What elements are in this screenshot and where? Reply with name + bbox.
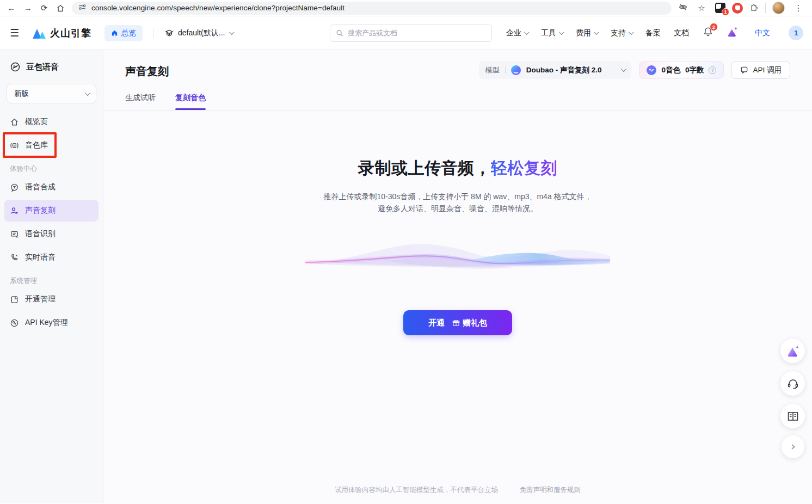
browser-forward-icon[interactable]: → bbox=[21, 2, 35, 15]
waveform-graphic bbox=[305, 230, 610, 290]
hero-title-accent: 轻松复刻 bbox=[491, 159, 557, 177]
char-count: 0字数 bbox=[685, 65, 704, 75]
headset-icon bbox=[786, 377, 799, 390]
nav-menu-billing[interactable]: 费用 bbox=[576, 28, 598, 38]
activate-button[interactable]: 开通 赠礼包 bbox=[403, 310, 512, 335]
language-switch[interactable]: 中文 bbox=[755, 28, 770, 38]
disclaimer-link[interactable]: 免责声明和服务规则 bbox=[519, 486, 581, 494]
sidebar-item-label: 语音合成 bbox=[25, 182, 56, 192]
nav-menus: 企业 工具 费用 支持 备案 文档 2 中文 1 bbox=[506, 26, 803, 40]
quota-wave-icon bbox=[647, 65, 656, 75]
sidebar-item-overview[interactable]: 概览页 bbox=[4, 111, 99, 133]
nav-menu-beian[interactable]: 备案 bbox=[645, 28, 661, 38]
pill-divider bbox=[505, 66, 506, 74]
sidebar-item-activation[interactable]: 开通管理 bbox=[4, 288, 99, 310]
extension-icon[interactable]: 1 bbox=[715, 3, 725, 13]
sidebar-item-apikey[interactable]: API Key管理 bbox=[4, 312, 99, 334]
nav-divider bbox=[153, 29, 154, 38]
browser-actions: ☆ 1 ⋮ bbox=[678, 2, 808, 15]
ai-assistant-float-button[interactable] bbox=[780, 339, 805, 363]
page-footer: 试用体验内容均由人工智能模型生成，不代表平台立场 免责声明和服务规则 bbox=[103, 485, 812, 495]
global-search[interactable] bbox=[330, 24, 492, 42]
help-icon[interactable]: ? bbox=[709, 66, 716, 74]
adblock-icon[interactable] bbox=[732, 3, 743, 14]
extension-glyph bbox=[716, 4, 721, 9]
chevron-down-icon bbox=[85, 90, 90, 96]
api-key-icon bbox=[10, 318, 19, 328]
activate-label: 开通 bbox=[428, 318, 445, 328]
volcengine-logo[interactable]: 火山引擎 bbox=[32, 27, 91, 40]
user-avatar[interactable]: 1 bbox=[789, 26, 803, 40]
sidebar-item-voice-clone[interactable]: 声音复刻 bbox=[4, 200, 99, 222]
product-header[interactable]: 豆包语音 bbox=[0, 50, 103, 76]
browser-profile-avatar[interactable] bbox=[772, 2, 785, 14]
tabs: 生成试听 复刻音色 bbox=[103, 93, 812, 110]
api-call-label: API 调用 bbox=[753, 65, 782, 75]
overview-button[interactable]: 总览 bbox=[104, 25, 143, 41]
notification-badge: 2 bbox=[710, 23, 718, 31]
voice-count: 0音色 bbox=[661, 65, 680, 75]
address-bar[interactable]: console.volcengine.com/speech/new/experi… bbox=[72, 2, 672, 15]
sidebar-section-experience: 体验中心 bbox=[10, 164, 103, 174]
tab-clone-voice[interactable]: 复刻音色 bbox=[175, 93, 206, 110]
usage-quota-pill[interactable]: 0音色 0字数 ? bbox=[639, 61, 724, 79]
eye-off-icon[interactable] bbox=[678, 2, 688, 14]
header-controls: 模型 Doubao - 声音复刻 2.0 0音色 0字数 ? API bbox=[479, 61, 790, 79]
ai-assistant-icon[interactable] bbox=[726, 26, 739, 40]
browser-menu-icon[interactable]: ⋮ bbox=[791, 2, 805, 15]
notifications-button[interactable]: 2 bbox=[703, 27, 713, 39]
ai-mountain-icon bbox=[786, 345, 800, 358]
sidebar-item-label: 开通管理 bbox=[25, 294, 56, 304]
url-text[interactable]: console.volcengine.com/speech/new/experi… bbox=[91, 4, 345, 12]
product-title: 豆包语音 bbox=[26, 62, 59, 72]
doubao-voice-icon bbox=[10, 62, 21, 72]
sidebar-item-asr[interactable]: 语音识别 bbox=[4, 223, 99, 245]
search-icon bbox=[336, 29, 343, 37]
nav-menu-docs[interactable]: 文档 bbox=[674, 28, 689, 38]
gift-pack: 赠礼包 bbox=[452, 318, 487, 328]
nav-menu-support[interactable]: 支持 bbox=[611, 28, 632, 38]
document-icon bbox=[10, 295, 19, 304]
model-selector[interactable]: 模型 Doubao - 声音复刻 2.0 bbox=[479, 61, 632, 79]
api-call-button[interactable]: API 调用 bbox=[731, 61, 790, 79]
sidebar: 豆包语音 新版 概览页 音色库 体验中心 语音合成 bbox=[0, 50, 103, 503]
chevron-down-icon bbox=[629, 29, 634, 35]
extensions-puzzle-icon[interactable] bbox=[749, 2, 759, 14]
nav-menu-enterprise[interactable]: 企业 bbox=[506, 28, 528, 38]
browser-home-icon[interactable] bbox=[53, 2, 67, 15]
home-icon bbox=[10, 118, 19, 127]
search-input[interactable] bbox=[348, 29, 486, 37]
phone-icon bbox=[10, 253, 19, 262]
support-float-button[interactable] bbox=[780, 371, 805, 396]
sidebar-item-label: 音色库 bbox=[25, 140, 48, 150]
extension-badge: 1 bbox=[722, 8, 729, 16]
nav-menu-label: 费用 bbox=[576, 28, 591, 38]
version-label: 新版 bbox=[14, 89, 29, 99]
collapse-float-button[interactable] bbox=[782, 435, 804, 458]
disclaimer-text: 试用体验内容均由人工智能模型生成，不代表平台立场 bbox=[335, 486, 498, 494]
sidebar-item-realtime[interactable]: 实时语音 bbox=[4, 247, 99, 268]
version-selector[interactable]: 新版 bbox=[7, 84, 96, 103]
sidebar-item-label: API Key管理 bbox=[25, 318, 68, 328]
bookmark-star-icon[interactable]: ☆ bbox=[694, 2, 709, 15]
docs-float-button[interactable] bbox=[780, 404, 805, 428]
sidebar-item-label: 实时语音 bbox=[25, 253, 56, 262]
chevron-down-icon bbox=[524, 29, 530, 35]
project-selector[interactable]: default(默认... bbox=[165, 28, 233, 38]
nav-menu-label: 工具 bbox=[541, 28, 556, 38]
gift-icon bbox=[452, 319, 460, 327]
chevron-down-icon bbox=[559, 29, 564, 35]
tab-generate-listen[interactable]: 生成试听 bbox=[125, 93, 156, 110]
nav-menu-tools[interactable]: 工具 bbox=[541, 28, 563, 38]
model-value: Doubao - 声音复刻 2.0 bbox=[526, 65, 602, 75]
chevron-down-icon bbox=[594, 29, 599, 35]
hamburger-menu-icon[interactable]: ☰ bbox=[10, 27, 19, 39]
sidebar-item-tts[interactable]: 语音合成 bbox=[4, 176, 99, 198]
site-settings-icon[interactable] bbox=[78, 3, 86, 13]
sidebar-item-label: 概览页 bbox=[25, 117, 48, 127]
browser-reload-icon[interactable]: ⟳ bbox=[37, 2, 51, 15]
top-navigation: ☰ 火山引擎 总览 default(默认... 企业 工具 费用 支持 bbox=[0, 16, 812, 50]
browser-back-icon[interactable]: ← bbox=[4, 2, 19, 15]
sidebar-item-voice-library[interactable]: 音色库 bbox=[4, 134, 99, 156]
layers-icon bbox=[165, 29, 174, 38]
